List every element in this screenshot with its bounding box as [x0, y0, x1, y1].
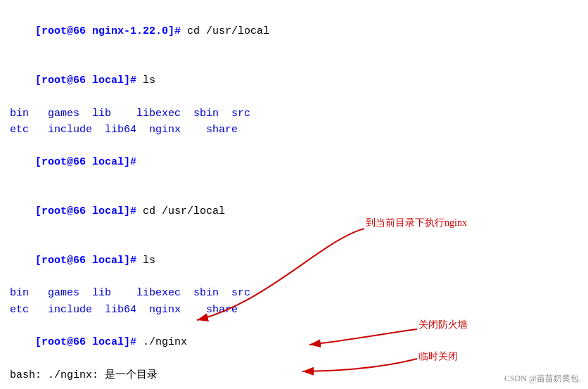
- terminal-line: [root@66 nginx-1.22.0]# cd /usr/local: [10, 7, 578, 56]
- cmd: cd /usr/local: [181, 25, 269, 37]
- cmd: ./nginx: [136, 336, 187, 348]
- prompt: [root@66 nginx-1.22.0]#: [35, 25, 181, 37]
- terminal-line: [root@66 local]# ./nginx: [10, 318, 578, 367]
- terminal-output: etc include lib64 nginx share: [10, 122, 578, 138]
- terminal-window: [root@66 nginx-1.22.0]# cd /usr/local [r…: [0, 0, 588, 389]
- terminal-line: [root@66 local]# ls: [10, 236, 578, 286]
- terminal-output: bin games lib libexec sbin src: [10, 285, 578, 301]
- cmd: cd /usr/local: [136, 205, 225, 217]
- prompt: [root@66 local]#: [35, 336, 136, 348]
- prompt: [root@66 local]#: [35, 205, 136, 217]
- terminal-line: [root@66 local]# cd /usr/local: [10, 187, 578, 236]
- prompt: [root@66 local]#: [35, 75, 136, 87]
- prompt: [root@66 local]#: [35, 156, 136, 168]
- terminal-line: [root@66 local]# cd nginx/: [10, 383, 578, 389]
- terminal-output: bin games lib libexec sbin src: [10, 106, 578, 122]
- cmd: ls: [136, 255, 155, 267]
- prompt: [root@66 local]#: [35, 255, 136, 267]
- annotation-run-nginx: 到当前目录下执行nginx: [366, 217, 467, 229]
- terminal-line: [root@66 local]#: [10, 138, 578, 187]
- annotation-close-firewall: 关闭防火墙: [418, 319, 468, 331]
- watermark: CSDN @苗苗奶黄包.: [504, 373, 581, 385]
- annotation-temp-close: 临时关闭: [418, 350, 458, 363]
- cmd: ls: [136, 75, 155, 87]
- terminal-line: [root@66 local]# ls: [10, 56, 578, 106]
- terminal-output: bash: ./nginx: 是一个目录: [10, 367, 578, 383]
- terminal-output: etc include lib64 nginx share: [10, 302, 578, 318]
